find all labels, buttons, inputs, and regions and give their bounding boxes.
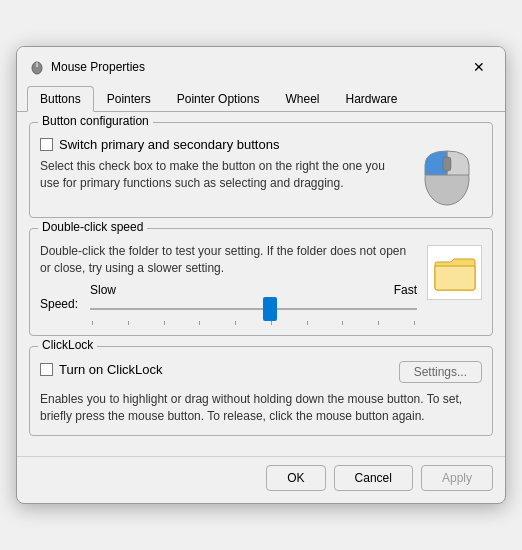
tick	[414, 321, 415, 325]
double-click-content: Double-click the folder to test your set…	[30, 229, 492, 335]
slow-label: Slow	[90, 283, 116, 297]
slider-line	[90, 308, 417, 310]
button-config-description: Select this check box to make the button…	[40, 158, 402, 192]
clicklock-checkbox-row: Turn on ClickLock	[40, 362, 163, 377]
tab-content: Button configuration Switch primary and …	[17, 112, 505, 455]
speed-slider[interactable]	[90, 299, 417, 319]
title-bar-left: Mouse Properties	[29, 59, 145, 75]
title-bar: Mouse Properties ✕	[17, 47, 505, 79]
clicklock-content: Turn on ClickLock Settings... Enables yo…	[30, 347, 492, 435]
double-click-description: Double-click the folder to test your set…	[40, 243, 417, 277]
tab-bar: Buttons Pointers Pointer Options Wheel H…	[17, 81, 505, 112]
clicklock-description: Enables you to highlight or drag without…	[40, 391, 482, 425]
slider-thumb[interactable]	[263, 297, 277, 321]
apply-button[interactable]: Apply	[421, 465, 493, 491]
button-config-inner: Switch primary and secondary buttons Sel…	[40, 137, 482, 207]
primary-secondary-checkbox[interactable]	[40, 138, 53, 151]
close-button[interactable]: ✕	[465, 56, 493, 78]
tick	[164, 321, 165, 325]
tick	[128, 321, 129, 325]
folder-svg	[433, 254, 477, 292]
button-config-group: Button configuration Switch primary and …	[29, 122, 493, 218]
tick	[271, 321, 272, 325]
mouse-icon	[29, 59, 45, 75]
tab-hardware[interactable]: Hardware	[332, 86, 410, 112]
fast-label: Fast	[394, 283, 417, 297]
tick	[92, 321, 93, 325]
button-config-title: Button configuration	[38, 114, 153, 128]
double-click-group: Double-click speed Double-click the fold…	[29, 228, 493, 336]
cancel-button[interactable]: Cancel	[334, 465, 413, 491]
primary-secondary-row: Switch primary and secondary buttons	[40, 137, 402, 152]
tick	[307, 321, 308, 325]
clicklock-checkbox[interactable]	[40, 363, 53, 376]
tick	[378, 321, 379, 325]
ok-button[interactable]: OK	[266, 465, 325, 491]
double-click-inner: Double-click the folder to test your set…	[40, 243, 482, 325]
mouse-illustration	[412, 137, 482, 207]
clicklock-group: ClickLock Turn on ClickLock Settings... …	[29, 346, 493, 436]
double-click-title: Double-click speed	[38, 220, 147, 234]
primary-secondary-label: Switch primary and secondary buttons	[59, 137, 279, 152]
clicklock-label: Turn on ClickLock	[59, 362, 163, 377]
double-click-text: Double-click the folder to test your set…	[40, 243, 417, 325]
tick	[342, 321, 343, 325]
mouse-properties-window: Mouse Properties ✕ Buttons Pointers Poin…	[16, 46, 506, 503]
window-title: Mouse Properties	[51, 60, 145, 74]
settings-button[interactable]: Settings...	[399, 361, 482, 383]
tab-pointer-options[interactable]: Pointer Options	[164, 86, 273, 112]
clicklock-title: ClickLock	[38, 338, 97, 352]
tab-wheel[interactable]: Wheel	[272, 86, 332, 112]
tick	[199, 321, 200, 325]
tab-pointers[interactable]: Pointers	[94, 86, 164, 112]
speed-slider-container: Slow Fast	[90, 283, 417, 325]
footer: OK Cancel Apply	[17, 456, 505, 503]
tab-buttons[interactable]: Buttons	[27, 86, 94, 112]
button-config-content: Switch primary and secondary buttons Sel…	[30, 123, 492, 217]
speed-row: Speed: Slow Fast	[40, 283, 417, 325]
svg-rect-4	[443, 157, 451, 171]
button-config-text: Switch primary and secondary buttons Sel…	[40, 137, 402, 192]
speed-label: Speed:	[40, 297, 82, 311]
folder-illustration[interactable]	[427, 245, 482, 300]
slider-labels: Slow Fast	[90, 283, 417, 297]
slider-ticks	[90, 321, 417, 325]
clicklock-row: Turn on ClickLock Settings...	[40, 361, 482, 383]
tick	[235, 321, 236, 325]
